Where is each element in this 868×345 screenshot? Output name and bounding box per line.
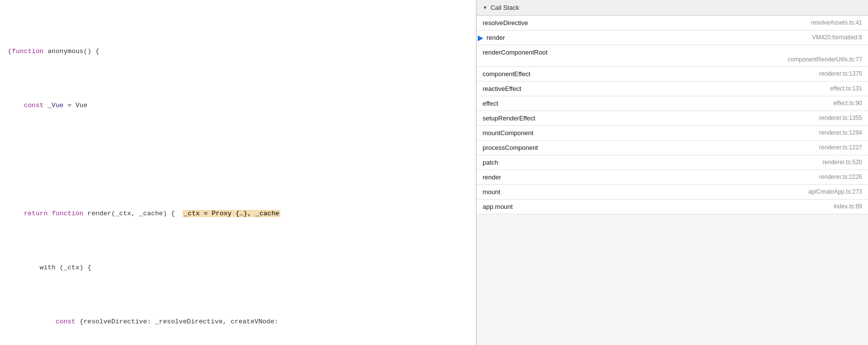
code-editor: (function anonymous() { const _Vue = Vue…: [0, 0, 476, 345]
callstack-item-location: renderer.ts:1294: [533, 129, 862, 136]
callstack-item-location: renderer.ts:2226: [501, 173, 862, 180]
callstack-item-name: processComponent: [483, 144, 538, 151]
callstack-item-location: renderer.ts:1227: [538, 144, 862, 151]
callstack-item-name: render: [487, 34, 505, 41]
callstack-item-name: effect: [483, 100, 498, 107]
callstack-item-name: setupRenderEffect: [483, 115, 535, 122]
code-content: (function anonymous() { const _Vue = Vue…: [0, 0, 476, 345]
code-line: const _Vue = Vue: [0, 100, 476, 111]
callstack-item[interactable]: patch renderer.ts:520: [477, 155, 868, 170]
current-frame-arrow: ▶: [478, 34, 483, 42]
callstack-item-location: effect.ts:131: [521, 85, 862, 92]
callstack-item-location: componentRenderUtils.ts:77: [483, 56, 862, 63]
callstack-item[interactable]: setupRenderEffect renderer.ts:1355: [477, 111, 868, 126]
callstack-item[interactable]: mountComponent renderer.ts:1294: [477, 126, 868, 141]
code-line: (function anonymous() {: [0, 46, 476, 57]
callstack-item-name: reactiveEffect: [483, 85, 521, 92]
callstack-item-location: VM420:formatted:8: [505, 34, 862, 41]
callstack-item[interactable]: effect effect.ts:90: [477, 96, 868, 111]
callstack-item-name: patch: [483, 159, 498, 166]
callstack-item[interactable]: renderComponentRoot componentRenderUtils…: [477, 45, 868, 67]
callstack-header: ▼ Call Stack: [477, 0, 868, 16]
callstack-item[interactable]: mount apiCreateApp.ts:273: [477, 185, 868, 200]
callstack-item-location: renderer.ts:1375: [530, 70, 862, 77]
code-line: return function render(_ctx, _cache) { _…: [0, 208, 476, 219]
callstack-item[interactable]: reactiveEffect effect.ts:131: [477, 82, 868, 96]
callstack-item[interactable]: processComponent renderer.ts:1227: [477, 141, 868, 155]
callstack-item-location: renderer.ts:1355: [535, 115, 862, 121]
callstack-item-location: index.ts:89: [513, 203, 862, 210]
callstack-collapse-icon[interactable]: ▼: [483, 5, 488, 10]
callstack-item-name: componentEffect: [483, 70, 530, 78]
callstack-item-name: mountComponent: [483, 129, 533, 137]
callstack-item[interactable]: resolveDirective resolveAssets.ts:41: [477, 16, 868, 30]
callstack-item[interactable]: componentEffect renderer.ts:1375: [477, 67, 868, 82]
code-line: [0, 154, 476, 165]
callstack-item[interactable]: app.mount index.ts:89: [477, 200, 868, 214]
callstack-panel: ▼ Call Stack resolveDirective resolveAss…: [476, 0, 868, 345]
callstack-item-name: render: [483, 173, 501, 181]
callstack-item-location: renderer.ts:520: [498, 159, 862, 166]
callstack-item-name: resolveDirective: [483, 19, 528, 27]
callstack-item-name: renderComponentRoot: [483, 49, 862, 56]
callstack-item-location: effect.ts:90: [498, 100, 862, 107]
callstack-title: Call Stack: [490, 4, 519, 11]
callstack-item-name: mount: [483, 188, 500, 196]
code-line: with (_ctx) {: [0, 262, 476, 273]
callstack-item-name: app.mount: [483, 203, 513, 210]
code-line: const {resolveDirective: _resolveDirecti…: [0, 316, 476, 327]
callstack-item-location: resolveAssets.ts:41: [528, 19, 862, 26]
callstack-item-location: apiCreateApp.ts:273: [500, 188, 862, 195]
callstack-item-current[interactable]: ▶ render VM420:formatted:8: [477, 30, 868, 45]
callstack-item[interactable]: render renderer.ts:2226: [477, 170, 868, 185]
